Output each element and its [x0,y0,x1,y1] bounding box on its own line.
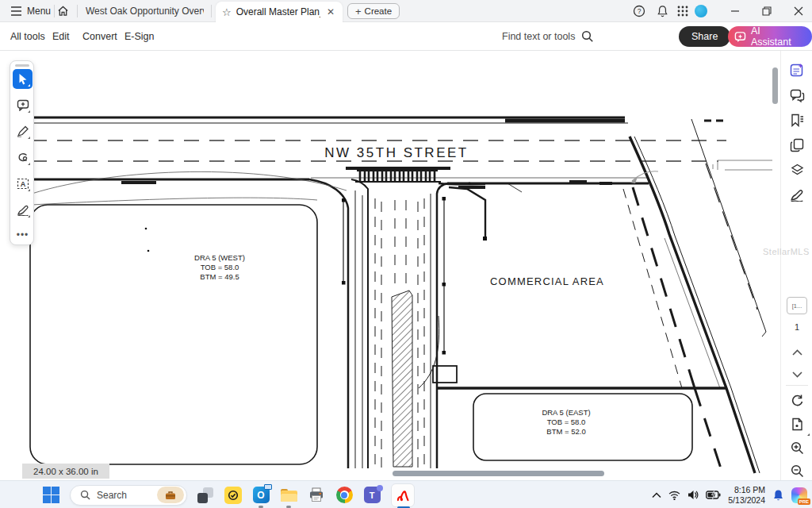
dra5-east-tob: TOB = 58.0 [547,418,586,426]
toolbar: All tools Edit Convert E-Sign Find text … [0,22,812,51]
tray-expand-icon[interactable] [652,492,661,498]
printer-app-icon [308,487,324,502]
dra5-west-btm: BTM = 49.5 [200,272,239,281]
vertical-scrollbar[interactable] [772,67,778,104]
help-button[interactable]: ? [629,0,649,22]
minimize-button[interactable] [723,0,747,22]
organize-pages-button[interactable] [787,136,806,155]
menu-label: Menu [27,6,51,17]
chevron-up-icon [792,349,802,356]
chrome-button[interactable] [335,485,354,506]
home-icon [57,6,69,17]
zoom-out-icon [791,464,804,478]
palette-drag-handle[interactable] [15,64,29,67]
create-button[interactable]: + Create [347,3,400,19]
search-icon [581,30,594,43]
find-tools[interactable]: Find text or tools [502,22,594,51]
close-button[interactable] [787,0,810,22]
battery-icon[interactable] [706,491,721,499]
signature-panel-button[interactable] [787,185,806,204]
volume-icon[interactable] [688,490,699,500]
share-button[interactable]: Share [679,26,730,47]
dra5-east-name: DRA 5 (EAST) [542,408,590,417]
todo-check-icon [224,487,242,504]
rotate-icon [791,394,804,407]
select-text-tool[interactable]: A [13,174,33,194]
zoom-in-button[interactable] [787,438,806,457]
lasso-tool[interactable] [13,148,33,167]
create-label: Create [365,6,393,16]
taskbar-clock[interactable]: 8:16 PM 5/13/2024 [728,485,765,506]
zoom-out-button[interactable] [787,461,806,480]
document-viewer: NW 35TH STREET DRA 5 (WEST) TOB = 58.0 B… [0,51,812,480]
teams-button[interactable]: T [362,485,381,506]
copilot-preview-badge: PRE [798,498,810,505]
fill-sign-tool[interactable] [13,200,33,220]
bookmarks-icon [790,114,805,127]
previous-page-button[interactable] [787,343,806,362]
briefcase-icon[interactable] [157,487,184,503]
file-explorer-button[interactable] [279,485,298,506]
comments-icon [790,89,805,102]
comments-panel-button[interactable] [787,86,806,105]
acrobat-button[interactable] [390,485,416,506]
draw-tool[interactable] [13,121,33,141]
apps-grid-icon [677,6,688,17]
dra5-west-name: DRA 5 (WEST) [194,253,245,262]
printer-app-button[interactable] [307,485,326,506]
tab-west-oak[interactable]: West Oak Opportunity Overvie... [79,0,210,22]
signature-icon [790,188,804,202]
divider [211,5,212,17]
restore-button[interactable] [755,0,779,22]
star-icon[interactable]: ☆ [222,7,232,17]
find-label: Find text or tools [502,31,575,42]
svg-text:?: ? [638,7,642,15]
page-view-button[interactable] [787,414,806,433]
plus-icon: + [355,6,362,17]
add-comment-tool[interactable] [13,95,33,115]
todo-app-button[interactable] [224,485,243,506]
time: 8:16 PM [728,485,765,495]
esign-menu[interactable]: E-Sign [124,22,155,51]
tab-label: West Oak Opportunity Overvie... [86,6,204,17]
site-plan-drawing[interactable]: NW 35TH STREET DRA 5 (WEST) TOB = 58.0 B… [0,51,812,480]
divider [54,5,55,17]
close-tab-icon[interactable]: ✕ [325,6,336,17]
help-icon: ? [633,5,645,17]
all-tools-menu[interactable]: All tools [10,22,45,51]
wifi-icon[interactable] [668,491,680,500]
bell-icon [657,5,668,17]
restore-icon [762,6,772,16]
notification-bell-icon[interactable] [772,489,784,502]
ai-assistant-button[interactable]: AI Assistant [728,26,812,47]
titlebar: Menu West Oak Opportunity Overvie... ☆ O… [0,0,812,22]
acrobat-icon [391,483,415,507]
page-size-indicator: 24.00 x 36.00 in [22,464,109,479]
taskbar-search[interactable]: Search [70,485,187,506]
menu-button[interactable]: Menu [10,0,51,22]
copilot-icon[interactable]: PRE [791,487,807,503]
horizontal-scrollbar[interactable] [393,471,604,476]
bookmarks-panel-button[interactable] [787,110,806,129]
tab-master-plan[interactable]: ☆ Overall Master Plan_05... ✕ [216,2,343,22]
task-view-button[interactable] [196,485,215,506]
convert-menu[interactable]: Convert [82,22,117,51]
account-avatar[interactable] [695,5,707,17]
start-button[interactable] [43,487,59,503]
outlook-button[interactable]: O [251,485,270,506]
chevron-down-icon [792,371,802,378]
ai-chat-sparkle-icon [734,31,746,43]
rotate-page-button[interactable] [787,391,806,410]
ai-summary-button[interactable] [787,60,806,79]
next-page-button[interactable] [787,365,806,384]
layers-panel-button[interactable] [787,160,806,179]
select-tool[interactable] [13,69,33,89]
home-button[interactable] [57,0,69,22]
more-tools[interactable]: ••• [13,225,33,244]
page-thumbnail-box[interactable]: [1... [787,297,807,314]
organize-pages-icon [790,138,804,152]
edit-menu[interactable]: Edit [52,22,70,51]
notifications-button[interactable] [652,0,672,22]
taskbar: Search O T [0,480,812,508]
apps-grid-button[interactable] [672,0,693,22]
